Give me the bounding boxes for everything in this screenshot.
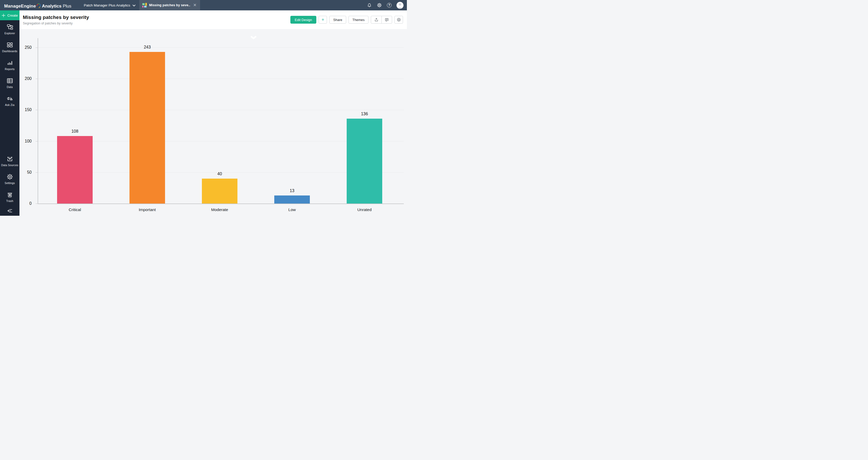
sidebar-item-label: Reports bbox=[5, 67, 14, 71]
ask-zia-icon bbox=[6, 95, 13, 102]
y-axis-tick-label: 150 bbox=[20, 108, 32, 112]
y-axis-tick bbox=[36, 172, 38, 173]
y-axis-tick-label: 50 bbox=[20, 170, 32, 175]
sidebar-item-trash[interactable]: Trash bbox=[0, 188, 20, 206]
help-icon[interactable]: ? bbox=[387, 3, 392, 7]
sidebar-item-label: Data bbox=[7, 85, 13, 89]
y-axis-tick bbox=[36, 79, 38, 79]
dashboards-icon bbox=[6, 41, 13, 48]
report-tab-icon bbox=[142, 3, 147, 7]
bar-moderate[interactable] bbox=[202, 179, 238, 204]
sidebar-item-data[interactable]: Data bbox=[0, 74, 20, 92]
x-axis-category-label: Important bbox=[139, 207, 156, 212]
explorer-icon bbox=[6, 24, 13, 30]
y-axis-line bbox=[38, 38, 38, 204]
brand-analytics: Analytics bbox=[42, 4, 62, 9]
y-axis-tick bbox=[36, 48, 38, 48]
y-axis-tick bbox=[36, 110, 38, 110]
y-axis-tick-label: 250 bbox=[20, 45, 32, 50]
gridline bbox=[38, 79, 404, 79]
bar-value-label: 13 bbox=[290, 188, 294, 193]
bar-value-label: 243 bbox=[144, 45, 151, 50]
help-glyph: ? bbox=[388, 3, 390, 7]
header-actions: Edit Design + Share Themes bbox=[290, 16, 407, 24]
create-button-label: Create bbox=[7, 13, 18, 18]
trash-icon bbox=[6, 191, 13, 198]
topbar: ManageEngine Analytics Plus Patch Manage… bbox=[0, 0, 407, 10]
export-button[interactable] bbox=[371, 16, 381, 23]
page-header: Missing patches by severity Segregation … bbox=[20, 10, 407, 29]
y-axis-tick-label: 200 bbox=[20, 76, 32, 81]
sidebar: Create Explorer Dashboards Reports Data bbox=[0, 10, 20, 216]
sidebar-item-settings[interactable]: Settings bbox=[0, 170, 20, 188]
y-axis-tick-label: 100 bbox=[20, 139, 32, 143]
page-subtitle: Segregation of patches by severity bbox=[23, 22, 89, 25]
share-button[interactable]: Share bbox=[329, 16, 346, 24]
x-axis-category-label: Unrated bbox=[357, 207, 372, 212]
bar-value-label: 108 bbox=[71, 129, 79, 134]
tab-missing-patches[interactable]: Missing patches by seve.. ✕ bbox=[140, 0, 200, 10]
user-avatar[interactable] bbox=[397, 2, 404, 9]
brand-logo: ManageEngine Analytics Plus bbox=[4, 2, 71, 9]
sidebar-item-label: Ask Zia bbox=[5, 103, 14, 106]
add-button[interactable]: + bbox=[319, 16, 327, 24]
bar-critical[interactable] bbox=[57, 136, 93, 204]
bar-chart: 050100150200250108Critical243Important40… bbox=[20, 29, 407, 216]
sidebar-item-reports[interactable]: Reports bbox=[0, 56, 20, 74]
sidebar-collapse-button[interactable] bbox=[0, 206, 20, 216]
sidebar-item-label: Trash bbox=[6, 200, 13, 203]
collapse-arrow-icon bbox=[7, 208, 13, 213]
sidebar-item-label: Explorer bbox=[4, 32, 15, 35]
bar-value-label: 40 bbox=[217, 172, 222, 176]
bar-low[interactable] bbox=[274, 195, 310, 204]
bar-unrated[interactable] bbox=[347, 119, 382, 204]
sidebar-item-label: Data Sources bbox=[1, 163, 18, 167]
settings-gear-icon[interactable] bbox=[377, 3, 382, 8]
y-axis-tick bbox=[36, 204, 38, 204]
y-axis-tick bbox=[36, 141, 38, 142]
chart-area: 050100150200250108Critical243Important40… bbox=[20, 29, 407, 216]
chevron-down-icon bbox=[133, 5, 135, 6]
x-axis-category-label: Moderate bbox=[211, 207, 228, 212]
y-axis-tick-label: 0 bbox=[20, 201, 32, 206]
workspace-selector-label: Patch Manager Plus Analytics bbox=[84, 3, 130, 7]
export-icon bbox=[374, 18, 379, 22]
x-axis-category-label: Critical bbox=[69, 207, 81, 212]
notifications-bell-icon[interactable] bbox=[367, 3, 372, 8]
workspace-selector[interactable]: Patch Manager Plus Analytics bbox=[84, 3, 135, 7]
create-button[interactable]: Create bbox=[0, 10, 20, 20]
reports-icon bbox=[6, 59, 13, 66]
themes-button[interactable]: Themes bbox=[348, 16, 369, 24]
comments-button[interactable] bbox=[381, 16, 392, 23]
sidebar-item-ask-zia[interactable]: Ask Zia bbox=[0, 92, 20, 110]
tab-label: Missing patches by seve.. bbox=[149, 3, 190, 7]
x-axis-line bbox=[38, 204, 404, 204]
page-title: Missing patches by severity bbox=[23, 14, 89, 20]
gear-icon bbox=[397, 18, 401, 22]
x-axis-category-label: Low bbox=[288, 207, 296, 212]
edit-design-button[interactable]: Edit Design bbox=[290, 16, 316, 24]
topbar-actions: ? bbox=[367, 2, 407, 9]
sidebar-item-label: Dashboards bbox=[2, 50, 18, 53]
brand-plus: Plus bbox=[63, 4, 71, 9]
sidebar-item-explorer[interactable]: Explorer bbox=[0, 20, 20, 38]
data-sources-icon bbox=[6, 155, 13, 162]
plus-icon bbox=[2, 13, 5, 18]
data-table-icon bbox=[6, 78, 13, 84]
bar-important[interactable] bbox=[129, 52, 165, 204]
sidebar-item-label: Settings bbox=[5, 181, 15, 185]
gridline bbox=[38, 110, 404, 110]
sidebar-item-data-sources[interactable]: Data Sources bbox=[0, 152, 20, 170]
manageengine-swirl-icon bbox=[36, 3, 41, 8]
gridline bbox=[38, 48, 404, 48]
comment-icon bbox=[384, 18, 389, 22]
export-comment-group bbox=[371, 16, 392, 24]
settings-gear-icon bbox=[6, 174, 13, 180]
sidebar-item-dashboards[interactable]: Dashboards bbox=[0, 38, 20, 56]
report-settings-button[interactable] bbox=[395, 16, 403, 24]
tab-close-icon[interactable]: ✕ bbox=[193, 3, 196, 7]
bar-value-label: 136 bbox=[361, 112, 368, 116]
brand-manageengine: ManageEngine bbox=[4, 4, 36, 9]
